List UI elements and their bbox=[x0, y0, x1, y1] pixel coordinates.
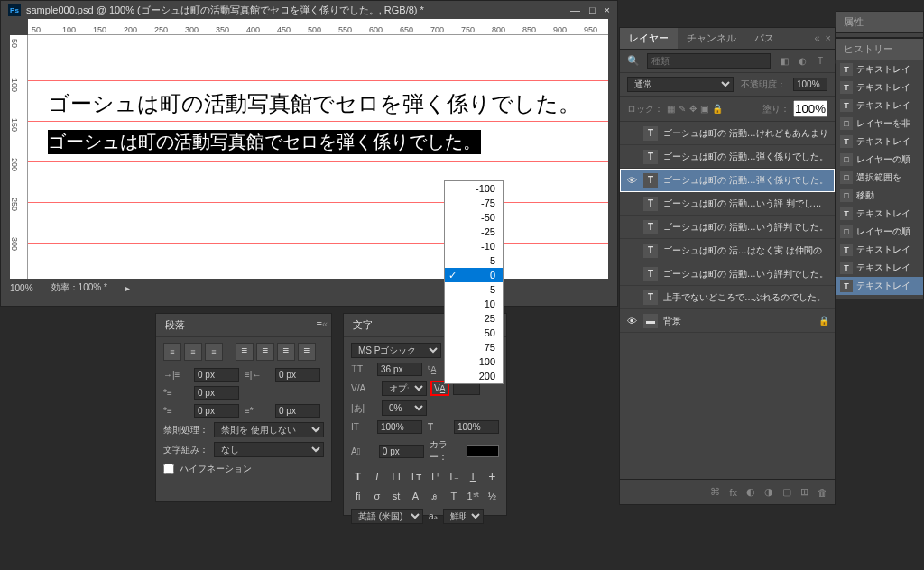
lock-transparency-icon[interactable]: ▦ bbox=[667, 104, 675, 114]
group-icon[interactable]: ▢ bbox=[782, 486, 791, 498]
layer-item[interactable]: Tゴーシュは町の 活動…いう評判でした。 bbox=[620, 216, 835, 239]
indent-right-input[interactable] bbox=[275, 368, 320, 382]
tab-layers[interactable]: レイヤー bbox=[620, 28, 678, 49]
canvas-text-2-selected[interactable]: ゴーシュは町の活動写真館でセロを弾く係りでした。 bbox=[48, 130, 481, 154]
language-select[interactable]: 英語 (米国) bbox=[351, 509, 423, 524]
ordinals-button[interactable]: 1ˢᵗ bbox=[467, 489, 480, 503]
filter-adjust-icon[interactable]: ◐ bbox=[796, 55, 808, 68]
guide[interactable] bbox=[28, 80, 608, 81]
mask-icon[interactable]: ◐ bbox=[746, 486, 755, 498]
history-item[interactable]: Tテキストレイ bbox=[836, 133, 923, 151]
layer-item[interactable]: 👁Tゴーシュは町の 活動…弾く係りでした。 bbox=[620, 169, 835, 192]
history-item[interactable]: Tテキストレイ bbox=[836, 97, 923, 115]
indent-left-input[interactable] bbox=[194, 368, 239, 382]
paragraph-panel[interactable]: « 段落≡ ≡ ≡ ≡ ≣ ≣ ≣ ≣ →|≡≡|← *≡ *≡≡* 禁則処理：… bbox=[155, 313, 332, 502]
subscript-button[interactable]: T₋ bbox=[447, 469, 460, 483]
history-item[interactable]: □レイヤーを非 bbox=[836, 115, 923, 133]
fractions-button[interactable]: ½ bbox=[485, 489, 499, 503]
tracking-option[interactable]: -10 bbox=[445, 239, 503, 253]
align-center-icon[interactable]: ≡ bbox=[184, 343, 202, 361]
efficiency-value[interactable]: 効率：100% * bbox=[51, 281, 107, 294]
tsume-select[interactable]: 0% bbox=[382, 400, 427, 416]
swash-button[interactable]: A bbox=[409, 489, 422, 503]
blend-mode-select[interactable]: 通常 bbox=[627, 77, 734, 92]
visibility-icon[interactable]: 👁 bbox=[625, 175, 638, 186]
history-item[interactable]: Tテキストレイ bbox=[836, 277, 923, 295]
smallcaps-button[interactable]: Tᴛ bbox=[409, 469, 422, 483]
fill-input[interactable] bbox=[793, 100, 827, 117]
filter-pixel-icon[interactable]: ◧ bbox=[778, 55, 790, 68]
scale-h-input[interactable] bbox=[454, 420, 499, 434]
tracking-option[interactable]: 0 bbox=[445, 268, 503, 282]
allcaps-button[interactable]: TT bbox=[390, 469, 403, 483]
minimize-icon[interactable]: — bbox=[570, 5, 580, 15]
tracking-option[interactable]: -75 bbox=[445, 196, 503, 210]
ornaments-button[interactable]: T bbox=[447, 489, 460, 503]
layer-item[interactable]: 👁▬背景🔒 bbox=[620, 309, 835, 333]
tracking-option[interactable]: 25 bbox=[445, 311, 503, 326]
titling-button[interactable]: ꭿ bbox=[428, 489, 441, 503]
superscript-button[interactable]: Tᵀ bbox=[428, 469, 441, 483]
history-item[interactable]: Tテキストレイ bbox=[836, 60, 923, 78]
layer-item[interactable]: Tゴーシュは町の 活動…けれどもあんまり bbox=[620, 122, 835, 145]
filter-type-icon[interactable]: T bbox=[814, 55, 827, 68]
layer-item[interactable]: Tゴーシュは町の 活動…いう評 判でした。 bbox=[620, 192, 835, 216]
italic-button[interactable]: T bbox=[370, 469, 383, 483]
baseline-shift-input[interactable] bbox=[379, 445, 424, 458]
align-left-icon[interactable]: ≡ bbox=[163, 343, 181, 361]
tracking-option[interactable]: -5 bbox=[445, 253, 503, 268]
layer-item[interactable]: Tゴーシュは町の 活…はなく実 は仲間の bbox=[620, 239, 835, 262]
close-icon[interactable]: × bbox=[826, 32, 831, 43]
guide[interactable] bbox=[28, 202, 608, 203]
visibility-icon[interactable]: 👁 bbox=[625, 316, 638, 326]
layer-search-input[interactable] bbox=[647, 53, 771, 69]
bold-button[interactable]: T bbox=[351, 469, 365, 483]
tracking-option[interactable]: 50 bbox=[445, 326, 503, 340]
guide[interactable] bbox=[28, 243, 608, 244]
tracking-option[interactable]: -25 bbox=[445, 225, 503, 239]
history-item[interactable]: □選択範囲を bbox=[836, 169, 923, 187]
collapse-icon[interactable]: « bbox=[322, 318, 328, 329]
font-size-input[interactable] bbox=[377, 363, 422, 376]
maximize-icon[interactable]: □ bbox=[589, 5, 596, 15]
tracking-option[interactable]: 75 bbox=[445, 340, 503, 354]
color-swatch[interactable] bbox=[467, 445, 499, 457]
zoom-value[interactable]: 100% bbox=[10, 283, 33, 293]
tracking-option[interactable]: -50 bbox=[445, 210, 503, 225]
tracking-option[interactable]: 10 bbox=[445, 297, 503, 311]
tracking-option[interactable]: 200 bbox=[445, 369, 503, 383]
adjustment-icon[interactable]: ◑ bbox=[764, 486, 773, 498]
history-item[interactable]: □レイヤーの順 bbox=[836, 223, 923, 241]
tab-channels[interactable]: チャンネル bbox=[678, 28, 745, 49]
font-family-select[interactable]: MS Pゴシック bbox=[351, 343, 441, 358]
chevron-right-icon[interactable]: ▸ bbox=[125, 283, 130, 293]
justify-all-icon[interactable]: ≣ bbox=[298, 343, 316, 361]
prohibition-select[interactable]: 禁則を 使用しない bbox=[214, 422, 324, 437]
ordinal-button[interactable]: σ bbox=[370, 489, 383, 503]
link-icon[interactable]: ⌘ bbox=[710, 486, 720, 498]
history-item[interactable]: □レイヤーの順 bbox=[836, 151, 923, 169]
opacity-input[interactable] bbox=[793, 78, 827, 91]
history-item[interactable]: Tテキストレイ bbox=[836, 205, 923, 223]
layer-item[interactable]: T上手でないどころで…ぶれるのでした。 bbox=[620, 286, 835, 309]
antialias-select[interactable]: 鮮明 bbox=[443, 509, 484, 524]
underline-button[interactable]: T bbox=[467, 469, 480, 483]
guide[interactable] bbox=[28, 121, 608, 122]
new-layer-icon[interactable]: ⊞ bbox=[800, 486, 808, 498]
trash-icon[interactable]: 🗑 bbox=[818, 487, 827, 498]
lock-position-icon[interactable]: ✥ bbox=[689, 104, 697, 114]
history-item[interactable]: Tテキストレイ bbox=[836, 241, 923, 259]
indent-first-input[interactable] bbox=[194, 386, 239, 400]
history-item[interactable]: Tテキストレイ bbox=[836, 259, 923, 277]
lock-nest-icon[interactable]: ▣ bbox=[700, 104, 708, 114]
justify-left-icon[interactable]: ≣ bbox=[236, 343, 254, 361]
tab-paths[interactable]: パス bbox=[745, 28, 783, 49]
close-icon[interactable]: × bbox=[605, 5, 610, 15]
tracking-dropdown[interactable]: -100-75-50-25-10-50510255075100200 bbox=[444, 180, 504, 384]
titlebar[interactable]: Ps sample000.psd @ 100% (ゴーシュは町の活動写真館でセロ… bbox=[1, 1, 617, 19]
collapse-icon[interactable]: « bbox=[814, 32, 819, 43]
canvas-text-1[interactable]: ゴーシュは町の活動写真館でセロを弾く係りでした。 bbox=[48, 89, 580, 118]
hyphenation-checkbox[interactable] bbox=[163, 464, 174, 474]
align-right-icon[interactable]: ≡ bbox=[205, 343, 223, 361]
layer-item[interactable]: Tゴーシュは町の 活動…いう評判でした。 bbox=[620, 262, 835, 286]
